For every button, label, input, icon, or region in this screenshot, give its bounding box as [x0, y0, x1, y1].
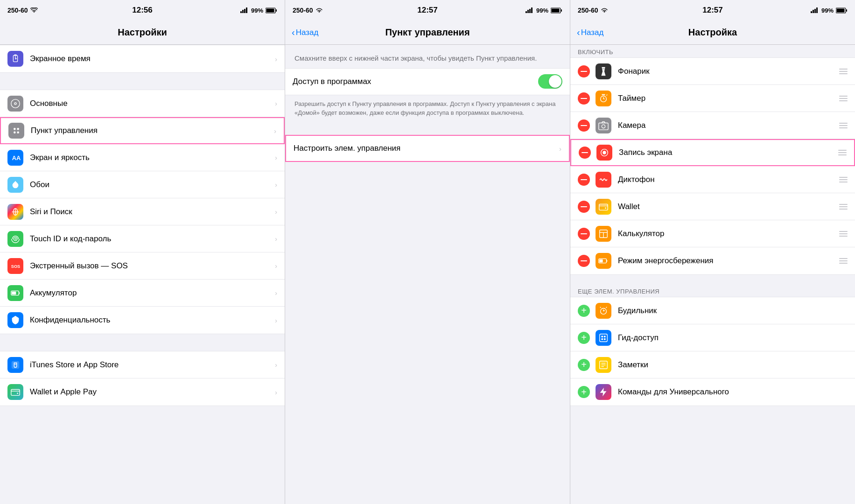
plus-notes[interactable] [578, 359, 590, 371]
ctrl-screen-record[interactable]: Запись экрана [570, 139, 855, 166]
drag-handle-wallet[interactable] [839, 204, 848, 210]
svg-rect-2 [244, 9, 245, 13]
flashlight-label: Фонарик [618, 67, 839, 76]
toggle-switch[interactable] [538, 74, 562, 89]
drag-handle-flashlight[interactable] [839, 69, 848, 74]
back-label-3[interactable]: Назад [581, 28, 604, 37]
settings-item-touchid[interactable]: Touch ID и код-пароль › [0, 225, 285, 252]
back-label-2[interactable]: Назад [296, 28, 319, 37]
itunes-icon [7, 357, 23, 373]
settings-item-itunes[interactable]: iTunes Store и App Store › [0, 351, 285, 378]
minus-screen-record[interactable] [579, 147, 591, 159]
flashlight-icon [596, 63, 611, 79]
battery-icon-1 [266, 7, 277, 14]
description-block: Смахните вверх с нижней части экрана, чт… [285, 45, 570, 68]
settings-item-wallpaper[interactable]: Обои › [0, 171, 285, 198]
voice-memo-icon [596, 172, 611, 188]
minus-timer[interactable] [578, 92, 590, 105]
drag-handle-camera[interactable] [839, 123, 848, 128]
svg-rect-1 [242, 10, 244, 13]
notes-label: Заметки [618, 360, 848, 370]
wifi-icon-3 [601, 7, 608, 13]
ctrl-timer[interactable]: Таймер [570, 85, 855, 112]
minus-calculator[interactable] [578, 228, 590, 240]
more-label: ЕЩЕ ЭЛЕМ. УПРАВЛЕНИЯ [578, 288, 659, 295]
ctrl-voice-memo[interactable]: Диктофон [570, 166, 855, 193]
plus-shortcuts[interactable] [578, 386, 590, 398]
settings-item-general[interactable]: Основные › [0, 90, 285, 117]
panel3-content[interactable]: ВКЛЮЧИТЬ Фонарик Таймер [570, 45, 855, 504]
svg-rect-72 [601, 338, 603, 340]
svg-rect-0 [240, 11, 242, 13]
more-section-header: ЕЩЕ ЭЛЕМ. УПРАВЛЕНИЯ [570, 284, 855, 297]
settings-item-screen-time[interactable]: Экранное время › [0, 45, 285, 72]
plus-alarm[interactable] [578, 305, 590, 317]
battery-pct-1: 99% [251, 7, 263, 14]
time-3: 12:57 [702, 6, 722, 15]
status-left-2: 250-60 [293, 7, 323, 14]
drag-handle-calculator[interactable] [839, 231, 848, 237]
customize-row[interactable]: Настроить элем. управления › [285, 135, 570, 162]
svg-rect-32 [527, 10, 529, 13]
touchid-icon [7, 231, 23, 247]
svg-rect-40 [814, 9, 816, 13]
settings-item-privacy[interactable]: Конфиденциальность › [0, 307, 285, 334]
back-button-2[interactable]: ‹ Назад [292, 27, 318, 38]
chevron-icon: › [275, 316, 277, 324]
toggle-description: Разрешить доступ к Пункту управления в п… [285, 95, 570, 126]
drag-handle-screen-record[interactable] [838, 150, 847, 155]
privacy-label: Конфиденциальность [30, 315, 272, 325]
control-center-icon [8, 123, 24, 139]
wallpaper-label: Обои [30, 180, 272, 189]
panel2-content: Смахните вверх с нижней части экрана, чт… [285, 45, 570, 504]
access-toggle-row[interactable]: Доступ в программах [285, 68, 570, 95]
svg-rect-37 [561, 9, 562, 12]
alarm-icon [596, 303, 611, 319]
siri-icon [7, 204, 23, 220]
minus-voice-memo[interactable] [578, 174, 590, 186]
settings-item-siri[interactable]: Siri и Поиск › [0, 198, 285, 225]
sos-label: Экстренный вызов — SOS [30, 261, 272, 271]
drag-handle-timer[interactable] [839, 96, 848, 101]
svg-rect-31 [526, 11, 527, 13]
minus-flashlight[interactable] [578, 65, 590, 77]
chevron-icon: › [275, 55, 277, 63]
minus-low-power[interactable] [578, 255, 590, 267]
svg-rect-36 [552, 8, 560, 12]
settings-list-1[interactable]: Экранное время › Основные › Пункт управл… [0, 45, 285, 504]
drag-handle-low-power[interactable] [839, 258, 848, 264]
battery-pct-2: 99% [536, 7, 548, 14]
settings-item-sos[interactable]: SOS Экстренный вызов — SOS › [0, 252, 285, 280]
plus-guided[interactable] [578, 332, 590, 344]
ctrl-low-power[interactable]: Режим энергосбережения [570, 247, 855, 274]
ctrl-camera[interactable]: Камера [570, 112, 855, 139]
settings-item-display[interactable]: AA Экран и яркость › [0, 144, 285, 171]
low-power-icon [596, 253, 611, 269]
timer-label: Таймер [618, 94, 839, 103]
svg-point-15 [14, 131, 16, 133]
ctrl-guided[interactable]: Гид-доступ [570, 324, 855, 351]
settings-item-battery[interactable]: Аккумулятор › [0, 280, 285, 307]
back-button-3[interactable]: ‹ Назад [577, 27, 603, 38]
ctrl-calculator[interactable]: Калькулятор [570, 220, 855, 247]
svg-point-16 [17, 131, 19, 133]
ctrl-notes[interactable]: Заметки [570, 351, 855, 378]
svg-rect-26 [19, 292, 20, 294]
minus-camera[interactable] [578, 119, 590, 132]
chevron-icon: › [275, 289, 277, 297]
page-title-3: Настройка [688, 27, 737, 38]
drag-handle-voice-memo[interactable] [839, 177, 848, 182]
chevron-icon: › [274, 127, 276, 135]
itunes-label: iTunes Store и App Store [30, 360, 272, 370]
battery-pct-3: 99% [821, 7, 834, 14]
ctrl-alarm[interactable]: Будильник [570, 297, 855, 324]
settings-item-wallet[interactable]: Wallet и Apple Pay › [0, 378, 285, 406]
status-left-1: 250-60 [7, 7, 38, 14]
ctrl-shortcuts[interactable]: Команды для Универсального [570, 378, 855, 406]
svg-marker-45 [601, 67, 605, 75]
svg-rect-73 [604, 338, 606, 340]
ctrl-flashlight[interactable]: Фонарик [570, 58, 855, 85]
minus-wallet[interactable] [578, 201, 590, 213]
ctrl-wallet[interactable]: Wallet [570, 193, 855, 220]
settings-item-control-center[interactable]: Пункт управления › [0, 117, 285, 144]
